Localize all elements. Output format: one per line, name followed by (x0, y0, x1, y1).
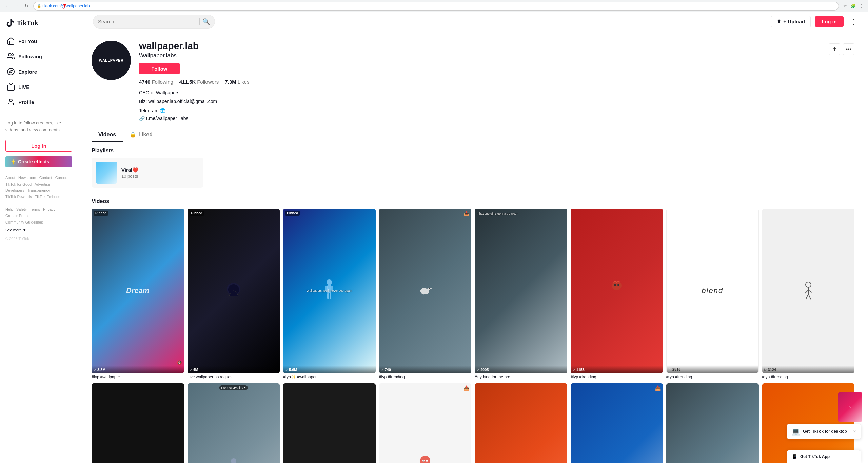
video-caption-v8: #fyp #trending ... (762, 374, 855, 379)
extensions-button[interactable]: 🧩 (850, 3, 856, 9)
login-button[interactable]: Log in (815, 16, 844, 27)
footer-link-tiktokgood[interactable]: TikTok for Good (5, 182, 32, 186)
footer-link-privacy[interactable]: Privacy (43, 207, 55, 211)
video-views-v5: 4005 (480, 368, 489, 372)
tiktok-logo-icon (5, 18, 15, 28)
play-icon-v7: ▷ (669, 367, 671, 371)
desktop-icon: 💻 (792, 427, 800, 436)
videos-section: Videos Dream Pinned 🔇 ▷ 3.8M (78, 193, 868, 463)
svg-point-28 (426, 461, 427, 462)
footer-link-careers[interactable]: Careers (55, 176, 68, 180)
svg-line-20 (808, 290, 812, 292)
browser-menu-button[interactable]: ⋮ (858, 3, 865, 9)
more-profile-button[interactable]: ••• (843, 43, 854, 55)
video-card-v15[interactable]: ▷ 6880 #fyp #trending ... (666, 383, 759, 463)
footer-link-contact[interactable]: Contact (39, 176, 52, 180)
video-card-v4[interactable]: 📥 ▷ 740 #fyp #trending ... (379, 209, 472, 379)
playlist-card[interactable]: Viral❤️ 10 posts (92, 158, 203, 188)
bookmark-button[interactable]: ☆ (842, 3, 848, 9)
video-card-v2[interactable]: Pinned ▷ 4M Live wallpaper as request... (188, 209, 280, 379)
video-card-v8[interactable]: ▷ 3124 #fyp #trending ... (762, 209, 855, 379)
video-card-v6[interactable]: ▷ 1153 #fyp #trending ... (571, 209, 663, 379)
followers-label: Followers (197, 79, 219, 85)
video-thumb-v5: "that one girl's gonna be nice" ▷ 4005 (475, 209, 567, 373)
play-icon-v8: ▷ (764, 368, 767, 371)
video-card-v9[interactable]: ▷ 2033 Quick edit #fyp ... (92, 383, 184, 463)
video-card-v7[interactable]: blend ▷ 2516 #fyp #trending ... (666, 209, 759, 379)
profile-nickname: Wallpaper.labs (139, 52, 821, 59)
video-card-v14[interactable]: 📥 ▷ 2546 #fyp #trending ... (571, 383, 663, 463)
video-views-v6: 1153 (576, 368, 585, 372)
sidebar-item-for-you[interactable]: For You (1, 34, 76, 49)
footer-link-transparency[interactable]: Transparency (27, 188, 50, 192)
footer-link-about[interactable]: About (5, 176, 15, 180)
sidebar-item-profile[interactable]: Profile (1, 95, 76, 110)
footer-link-help[interactable]: Help (5, 207, 13, 211)
sidebar-item-live[interactable]: LIVE (1, 79, 76, 94)
footer-link-terms[interactable]: Terms (30, 207, 40, 211)
playlist-info: Viral❤️ 10 posts (121, 167, 139, 179)
tab-videos-label: Videos (98, 132, 116, 138)
compass-icon (7, 67, 15, 76)
search-icon-button[interactable]: 🔍 (202, 18, 210, 25)
sidebar-login-button[interactable]: Log In (5, 140, 72, 152)
mute-icon-v1: 🔇 (177, 360, 182, 365)
video-overlay-v3: ▷ 5.6M (283, 366, 376, 373)
footer-link-advertise[interactable]: Advertise (35, 182, 50, 186)
get-app-banner-text: Get TikTok App (800, 454, 856, 459)
back-button[interactable]: ← (3, 2, 12, 10)
svg-point-1 (7, 68, 14, 75)
footer-link-community[interactable]: Community Guidelines (5, 220, 43, 224)
sidebar: TikTok For You Following Explore LIVE Pr… (0, 12, 78, 463)
video-card-v10[interactable]: From everything ▾ ▷ 31.2K #fyp #trending… (188, 383, 280, 463)
effects-icon: ✨ (9, 159, 15, 165)
upload-button[interactable]: ⬆ + Upload (771, 16, 811, 27)
playlist-count: 10 posts (121, 174, 139, 179)
svg-point-13 (429, 288, 430, 289)
pinned-badge-v1: Pinned (94, 211, 108, 216)
tab-videos[interactable]: Videos (92, 128, 123, 142)
desktop-banner-close-button[interactable]: × (853, 428, 856, 435)
footer-link-embeds[interactable]: TikTok Embeds (35, 195, 60, 199)
video-caption-v4: #fyp #trending ... (379, 374, 472, 379)
video-card-v5[interactable]: "that one girl's gonna be nice" ▷ 4005 A… (475, 209, 567, 379)
profile-stats: 4740 Following 411.5K Followers 7.3M Lik… (139, 79, 821, 85)
video-card-v3[interactable]: Wallpapers you'll never see again Pinned… (283, 209, 376, 379)
more-options-button[interactable]: ⋮ (848, 16, 860, 27)
tab-liked[interactable]: 🔒 Liked (123, 128, 159, 142)
play-icon-v6: ▷ (573, 368, 575, 371)
video-thumb-v1: Dream Pinned 🔇 ▷ 3.8M (92, 209, 184, 373)
footer-link-newsroom[interactable]: Newsroom (18, 176, 36, 180)
profile-link-url[interactable]: t.me/wallpaper_labs (146, 116, 189, 121)
sidebar-footer: About Newsroom Contact Careers TikTok fo… (0, 169, 78, 248)
following-label: Following (152, 79, 173, 85)
create-effects-button[interactable]: ✨ Create effects (5, 156, 72, 167)
avatar-text: WALLPAPER (92, 41, 131, 80)
lock-icon: 🔒 (37, 4, 41, 8)
follow-button[interactable]: Follow (139, 63, 180, 74)
sidebar-item-following[interactable]: Following (1, 49, 76, 64)
for-you-label: For You (18, 38, 37, 44)
search-input[interactable] (98, 19, 197, 24)
footer-link-creator-portal[interactable]: Creator Portal (5, 214, 28, 218)
see-more-button[interactable]: See more ▼ (5, 227, 72, 233)
video-caption-v2: Live wallpaper as request... (188, 374, 280, 379)
profile-username: wallpaper.lab (139, 41, 821, 52)
address-bar[interactable]: 🔒 tiktok.com/@wallpaper.lab (33, 2, 839, 11)
share-button[interactable]: ⬆ (829, 43, 840, 55)
forward-button[interactable]: → (13, 2, 21, 10)
video-card-v1[interactable]: Dream Pinned 🔇 ▷ 3.8M #fyp #wallpaper ..… (92, 209, 184, 379)
svg-rect-11 (327, 293, 329, 299)
video-card-v12[interactable]: I ❤️ Ghosts 📥 ▷ 3099 #fyp #trending ... (379, 383, 472, 463)
video-thumb-v12: I ❤️ Ghosts 📥 ▷ 3099 (379, 383, 472, 463)
video-card-v13[interactable]: ▷ 3002 #fyp #trending ... (475, 383, 567, 463)
tiktok-logo[interactable]: TikTok (0, 16, 78, 33)
footer-link-safety[interactable]: Safety (16, 207, 27, 211)
footer-link-rewards[interactable]: TikTok Rewards (5, 195, 32, 199)
search-bar[interactable]: 🔍 (93, 15, 215, 29)
video-card-v11[interactable]: ▷ 2161 #fyp #trending ... (283, 383, 376, 463)
play-icon-v2: ▷ (190, 368, 192, 371)
sidebar-item-explore[interactable]: Explore (1, 64, 76, 79)
refresh-button[interactable]: ↻ (22, 2, 31, 10)
footer-link-developers[interactable]: Developers (5, 188, 24, 192)
